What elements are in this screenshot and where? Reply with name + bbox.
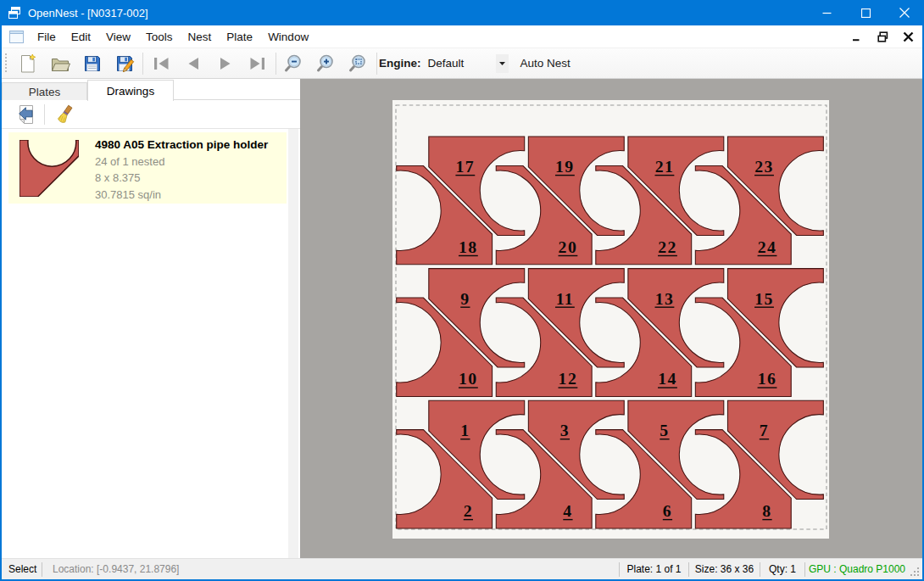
statusbar: Select Location: [-0.9437, 21.8796] Plat… — [2, 558, 922, 579]
part-number-label: 8 — [762, 502, 771, 520]
tab-plates[interactable]: Plates — [2, 82, 87, 100]
maximize-button[interactable] — [846, 0, 885, 25]
status-plate: Plate: 1 of 1 — [620, 563, 688, 575]
part-number-label: 13 — [655, 290, 675, 308]
open-folder-icon — [50, 53, 70, 74]
part-number-label: 21 — [655, 158, 675, 176]
zoom-extents-icon — [348, 53, 369, 74]
toolbar-grip[interactable] — [4, 53, 7, 74]
first-plate-button[interactable] — [151, 53, 171, 74]
part-number-label: 16 — [758, 371, 777, 388]
mdi-close-button[interactable] — [899, 28, 917, 47]
drawings-toolbar-separator — [44, 104, 45, 125]
part-number-label: 3 — [560, 422, 570, 439]
plate-sheet: 181720192221242310912111413161521436587 — [392, 100, 829, 539]
drawing-title: 4980 A05 Extraction pipe holder — [95, 138, 268, 151]
menubar: FileEditViewToolsNestPlateWindow — [2, 25, 922, 48]
part-number-label: 18 — [459, 238, 478, 256]
part-number-label: 12 — [559, 371, 578, 388]
last-plate-button[interactable] — [248, 53, 268, 74]
part-number-label: 6 — [663, 502, 672, 520]
menu-edit[interactable]: Edit — [64, 26, 97, 47]
nesting-canvas[interactable]: 181720192221242310912111413161521436587 — [300, 79, 922, 558]
drawing-list-item[interactable]: 4980 A05 Extraction pipe holder 24 of 1 … — [8, 132, 287, 204]
part-number-label: 5 — [660, 422, 669, 439]
menu-file[interactable]: File — [31, 26, 63, 47]
part-number-label: 4 — [563, 502, 572, 520]
zoom-out-icon — [284, 53, 304, 74]
part-number-label: 7 — [760, 422, 769, 439]
part-thumbnail-shape — [19, 140, 79, 197]
part-number-label: 17 — [456, 158, 476, 176]
part-number-label: 24 — [758, 238, 777, 256]
window-title: OpenNest - [N0317-002] — [28, 7, 148, 20]
zoom-out-button[interactable] — [284, 53, 304, 74]
previous-plate-button[interactable] — [183, 53, 203, 74]
part-thumbnail — [19, 140, 79, 197]
auto-nest-button[interactable]: Auto Nest — [520, 57, 571, 70]
part-number-label: 14 — [658, 371, 677, 388]
status-location: Location: [-0.9437, 21.8796] — [42, 563, 619, 575]
part-number-label: 19 — [555, 158, 575, 176]
status-qty: Qty: 1 — [760, 563, 804, 575]
minimize-button[interactable] — [807, 0, 846, 25]
caption-buttons — [807, 0, 924, 25]
part-number-label: 10 — [459, 371, 478, 388]
main-toolbar: Engine: Default Auto Nest — [2, 48, 922, 79]
clean-broom-icon — [56, 104, 76, 125]
close-button[interactable] — [885, 0, 924, 25]
menu-window[interactable]: Window — [261, 26, 315, 47]
status-gpu: GPU : Quadro P1000 — [805, 563, 909, 575]
next-plate-icon — [215, 53, 236, 74]
drawing-nested-count: 24 of 1 nested — [95, 155, 268, 168]
zoom-extents-button[interactable] — [348, 53, 369, 74]
zoom-in-button[interactable] — [316, 53, 337, 74]
next-plate-button[interactable] — [215, 53, 236, 74]
part-number-label: 9 — [460, 290, 470, 308]
child-window-icon[interactable] — [9, 31, 24, 43]
save-as-icon — [114, 53, 135, 74]
zoom-in-icon — [316, 53, 337, 74]
save-icon — [82, 53, 103, 74]
mdi-minimize-button[interactable] — [848, 28, 866, 47]
menu-items: FileEditViewToolsNestPlateWindow — [31, 26, 317, 47]
toolbar-separator — [276, 53, 276, 75]
tab-drawings[interactable]: Drawings — [87, 80, 174, 101]
new-document-button[interactable] — [18, 53, 38, 74]
new-document-icon — [18, 53, 38, 74]
save-button[interactable] — [82, 53, 103, 74]
save-as-button[interactable] — [114, 53, 135, 74]
engine-dropdown-arrow[interactable] — [496, 54, 509, 73]
part-number-label: 11 — [556, 290, 574, 308]
open-button[interactable] — [50, 53, 70, 74]
back-to-drawing-button[interactable] — [15, 103, 37, 126]
engine-select-value[interactable]: Default — [428, 57, 496, 70]
part-number-label: 20 — [559, 238, 578, 256]
status-size: Size: 36 x 36 — [689, 563, 760, 575]
menu-tools[interactable]: Tools — [139, 26, 180, 47]
drawing-item-text: 4980 A05 Extraction pipe holder 24 of 1 … — [95, 138, 268, 201]
app-icon — [8, 6, 21, 20]
mdi-buttons — [848, 25, 917, 48]
list-scrollbar[interactable] — [288, 129, 298, 558]
mdi-restore-button[interactable] — [873, 28, 892, 47]
drawings-list: 4980 A05 Extraction pipe holder 24 of 1 … — [2, 129, 288, 558]
toolbar-separator — [376, 53, 377, 75]
toolbar-separator — [142, 53, 143, 75]
clean-button[interactable] — [55, 103, 77, 126]
part-number-label: 15 — [754, 290, 774, 308]
engine-label: Engine: — [379, 57, 421, 70]
resize-grip[interactable] — [909, 559, 921, 580]
drawings-toolbar — [2, 101, 300, 129]
tabstrip: Plates Drawings — [2, 79, 300, 100]
menu-nest[interactable]: Nest — [181, 26, 219, 47]
left-panel: Plates Drawings — [2, 79, 300, 558]
opennest-window: OpenNest - [N0317-002] FileEditViewTools… — [0, 0, 924, 581]
last-plate-icon — [248, 53, 268, 74]
menu-view[interactable]: View — [99, 26, 137, 47]
menu-plate[interactable]: Plate — [220, 26, 259, 47]
back-to-drawing-icon — [16, 104, 36, 125]
first-plate-icon — [151, 53, 171, 74]
mdi-content: Plates Drawings — [2, 79, 922, 558]
drawing-area: 30.7815 sq/in — [95, 188, 268, 201]
